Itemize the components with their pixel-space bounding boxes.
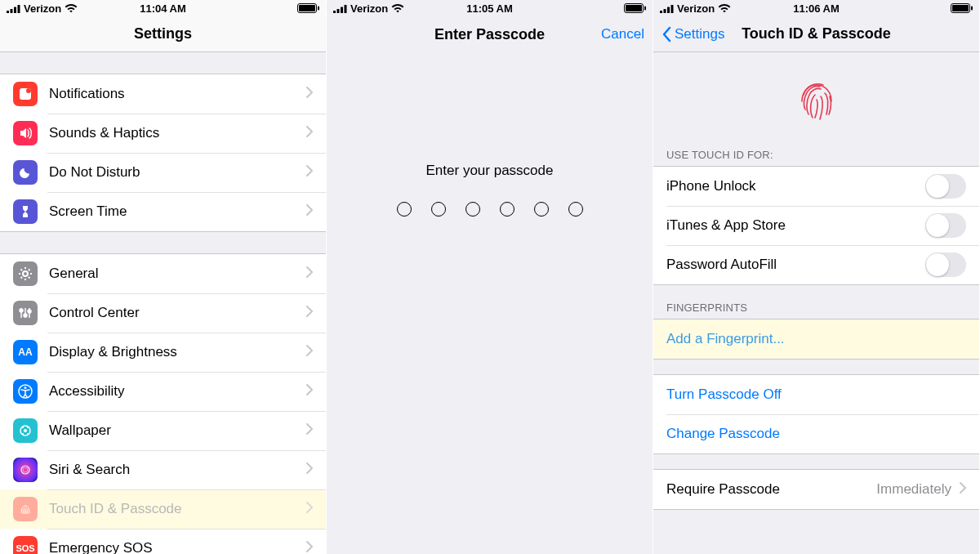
svg-point-19 — [20, 309, 23, 312]
row-display-brightness[interactable]: AA Display & Brightness — [0, 333, 326, 372]
navbar: Settings — [0, 16, 326, 52]
row-label: Display & Brightness — [49, 344, 298, 360]
page-title: Settings — [134, 25, 192, 42]
row-control-center[interactable]: Control Center — [0, 293, 326, 333]
passcode-dot — [397, 202, 412, 217]
passcode-dot — [568, 202, 583, 217]
row-do-not-disturb[interactable]: Do Not Disturb — [0, 153, 326, 192]
sos-icon: SOS — [13, 536, 38, 554]
row-label: Do Not Disturb — [49, 164, 298, 181]
chevron-right-icon — [306, 306, 313, 320]
row-siri-search[interactable]: Siri & Search — [0, 450, 326, 489]
fingerprint-icon — [794, 77, 840, 126]
notifications-icon — [13, 82, 38, 106]
touchid-use-for-group: iPhone Unlock iTunes & App Store Passwor… — [653, 166, 979, 285]
row-label: Turn Passcode Off — [666, 386, 966, 403]
clock: 11:04 AM — [0, 2, 326, 15]
back-button[interactable]: Settings — [653, 16, 733, 52]
svg-line-17 — [29, 270, 30, 271]
screentime-icon — [13, 199, 38, 224]
row-itunes-appstore[interactable]: iTunes & App Store — [653, 206, 979, 245]
chevron-right-icon — [306, 165, 313, 180]
row-label: Notifications — [49, 86, 298, 102]
row-accessibility[interactable]: Accessibility — [0, 372, 326, 411]
clock: 11:06 AM — [653, 2, 979, 15]
cancel-button[interactable]: Cancel — [593, 16, 653, 52]
passcode-actions-group: Turn Passcode Off Change Passcode — [653, 374, 979, 454]
row-label: Password AutoFill — [666, 257, 925, 273]
status-bar: Verizon 11:04 AM — [0, 0, 326, 16]
switch-password-autofill[interactable] — [925, 252, 966, 277]
passcode-dot — [431, 202, 446, 217]
row-turn-passcode-off[interactable]: Turn Passcode Off — [653, 375, 979, 414]
row-label: Change Passcode — [666, 426, 966, 442]
chevron-right-icon — [306, 384, 313, 399]
siri-icon — [13, 458, 38, 482]
row-label: General — [49, 266, 298, 282]
chevron-right-icon — [306, 126, 313, 141]
chevron-right-icon — [306, 462, 313, 477]
status-bar: Verizon 11:06 AM — [653, 0, 979, 16]
switch-iphone-unlock[interactable] — [925, 174, 966, 199]
row-require-passcode[interactable]: Require Passcode Immediately — [653, 470, 979, 509]
passcode-dot — [534, 202, 549, 217]
svg-line-14 — [21, 270, 23, 271]
svg-point-30 — [22, 433, 24, 435]
row-screen-time[interactable]: Screen Time — [0, 192, 326, 231]
chevron-right-icon — [306, 502, 313, 516]
chevron-right-icon — [306, 266, 313, 281]
row-label: Accessibility — [49, 383, 298, 400]
row-touch-id-passcode[interactable]: Touch ID & Passcode — [0, 489, 326, 529]
row-add-fingerprint[interactable]: Add a Fingerprint... — [653, 319, 979, 359]
svg-point-33 — [23, 467, 28, 472]
section-header-fingerprints: Fingerprints — [653, 285, 979, 319]
svg-point-9 — [23, 271, 28, 276]
row-label: Control Center — [49, 305, 298, 321]
settings-group-2: General Control Center AA Display & Brig… — [0, 253, 326, 554]
row-label: Sounds & Haptics — [49, 125, 298, 141]
chevron-right-icon — [306, 204, 313, 219]
row-iphone-unlock[interactable]: iPhone Unlock — [653, 167, 979, 206]
row-sounds-haptics[interactable]: Sounds & Haptics — [0, 114, 326, 153]
chevron-right-icon — [306, 541, 313, 554]
row-label: Emergency SOS — [49, 540, 298, 554]
row-change-passcode[interactable]: Change Passcode — [653, 414, 979, 453]
navbar: Settings Touch ID & Passcode — [653, 16, 979, 52]
screen-touchid: Verizon 11:06 AM Settings Touch ID & Pas… — [653, 0, 980, 554]
settings-group-1: Notifications Sounds & Haptics Do Not Di… — [0, 74, 326, 232]
section-header-use-for: Use Touch ID For: — [653, 132, 979, 166]
switch-itunes-appstore[interactable] — [925, 213, 966, 238]
row-label: iTunes & App Store — [666, 217, 925, 234]
svg-point-28 — [22, 427, 24, 428]
page-title: Touch ID & Passcode — [742, 25, 891, 42]
chevron-right-icon — [306, 423, 313, 438]
touch-id-icon — [13, 497, 38, 521]
svg-point-25 — [24, 386, 27, 389]
passcode-area: Enter your passcode — [327, 52, 653, 217]
row-label: Screen Time — [49, 203, 298, 220]
wallpaper-icon — [13, 418, 38, 443]
passcode-dot — [500, 202, 514, 217]
fingerprints-group: Add a Fingerprint... — [653, 319, 979, 360]
general-icon — [13, 261, 38, 286]
row-password-autofill[interactable]: Password AutoFill — [653, 245, 979, 284]
accessibility-icon — [13, 379, 38, 404]
row-label: Require Passcode — [666, 481, 876, 498]
row-notifications[interactable]: Notifications — [0, 74, 326, 114]
row-emergency-sos[interactable]: SOS Emergency SOS — [0, 529, 326, 554]
control-center-icon — [13, 301, 38, 325]
dnd-icon — [13, 160, 38, 185]
svg-point-29 — [27, 427, 29, 428]
row-wallpaper[interactable]: Wallpaper — [0, 411, 326, 450]
row-label: Touch ID & Passcode — [49, 501, 298, 517]
passcode-dot — [466, 202, 480, 217]
display-icon: AA — [13, 340, 38, 364]
require-value: Immediately — [876, 481, 951, 498]
navbar: Enter Passcode Cancel — [327, 16, 653, 52]
svg-line-16 — [21, 277, 23, 279]
svg-line-15 — [29, 277, 30, 279]
chevron-right-icon — [960, 481, 966, 498]
row-general[interactable]: General — [0, 254, 326, 293]
back-label: Settings — [675, 26, 724, 42]
passcode-dots[interactable] — [397, 202, 583, 217]
